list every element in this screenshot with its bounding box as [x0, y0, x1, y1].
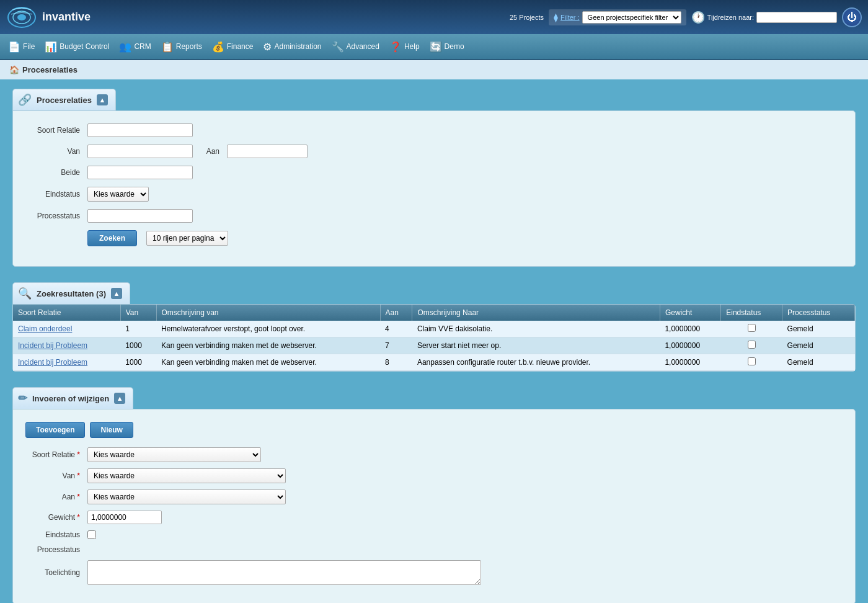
- search-button[interactable]: Zoeken: [87, 230, 137, 246]
- cell-van: 1000: [120, 354, 156, 371]
- filter-link[interactable]: Filter :: [560, 14, 580, 21]
- cell-gewicht: 1,0000000: [660, 321, 720, 337]
- add-button[interactable]: Toevoegen: [25, 422, 85, 438]
- soort-relatie-row: Soort Relatie: [25, 123, 843, 137]
- logo-text: invantive: [42, 11, 91, 24]
- logo-icon: [6, 5, 37, 30]
- nav-label-demo: Demo: [445, 42, 464, 51]
- cell-soort-relatie: Incident bij Probleem: [13, 354, 120, 371]
- nav-label-administration: Administration: [274, 42, 321, 51]
- edit-section-tab: ✏ Invoeren of wijzigen ▲: [12, 387, 133, 409]
- edit-van-select[interactable]: Kies waarde: [87, 468, 286, 483]
- edit-toelichting-textarea[interactable]: [87, 560, 481, 585]
- results-tab-icon: 🔍: [18, 287, 32, 300]
- edit-btn-group: Toevoegen Nieuw: [25, 422, 843, 438]
- eindstatus-checkbox-3[interactable]: [748, 357, 756, 365]
- eindstatus-checkbox-2[interactable]: [748, 341, 756, 349]
- beide-row: Beide: [25, 166, 843, 179]
- cell-processtatus: Gemeld: [782, 337, 855, 354]
- table-row: Claim onderdeel 1 Hemelwaterafvoer verst…: [13, 321, 855, 337]
- advanced-icon: 🔧: [332, 41, 344, 53]
- edit-toelichting-row: Toelichting: [25, 560, 843, 585]
- edit-section: ✏ Invoeren of wijzigen ▲ Toevoegen Nieuw…: [12, 387, 856, 603]
- aan-label: Aan: [202, 147, 227, 156]
- edit-eindstatus-checkbox[interactable]: [87, 530, 96, 539]
- beide-input[interactable]: [87, 166, 193, 179]
- edit-processtatus-label: Processtatus: [25, 545, 87, 554]
- results-table: Soort Relatie Van Omschrijving van Aan O…: [13, 305, 855, 371]
- cell-gewicht: 1,0000000: [660, 354, 720, 371]
- edit-aan-select[interactable]: Kies waarde: [87, 489, 286, 504]
- cell-aan: 7: [380, 337, 412, 354]
- van-label: Van: [25, 147, 87, 156]
- van-input[interactable]: [87, 145, 193, 158]
- soort-relatie-input[interactable]: [87, 123, 193, 137]
- new-button[interactable]: Nieuw: [90, 422, 133, 438]
- soort-relatie-link[interactable]: Incident bij Probleem: [18, 341, 87, 350]
- home-icon: 🏠: [9, 65, 19, 74]
- soort-relatie-link[interactable]: Incident bij Probleem: [18, 358, 87, 367]
- nav-item-reports[interactable]: 📋 Reports: [156, 38, 207, 55]
- cell-omschrijving-van: Kan geen verbinding maken met de webserv…: [156, 354, 380, 371]
- cell-eindstatus: [721, 337, 782, 354]
- van-aan-row: Van Aan: [25, 145, 843, 158]
- nav-label-finance: Finance: [227, 42, 254, 51]
- tijdreizen-input[interactable]: [756, 12, 837, 23]
- eindstatus-label: Eindstatus: [25, 190, 87, 199]
- search-section-tab: 🔗 Procesrelaties ▲: [12, 89, 116, 110]
- col-omschrijving-van: Omschrijving van: [156, 305, 380, 321]
- edit-soort-relatie-select[interactable]: Kies waarde: [87, 447, 261, 462]
- nav-item-help[interactable]: ❓ Help: [384, 38, 425, 55]
- edit-soort-relatie-row: Soort Relatie * Kies waarde: [25, 447, 843, 462]
- logo-area: invantive: [6, 5, 91, 30]
- eindstatus-row: Eindstatus Kies waarde: [25, 187, 843, 202]
- cell-omschrijving-van: Hemelwaterafvoer verstopt, goot loopt ov…: [156, 321, 380, 337]
- col-eindstatus: Eindstatus: [721, 305, 782, 321]
- power-button[interactable]: ⏻: [842, 7, 862, 27]
- edit-eindstatus-label: Eindstatus: [25, 530, 87, 539]
- aan-input[interactable]: [227, 145, 308, 158]
- cell-eindstatus: [721, 354, 782, 371]
- rows-per-page-select[interactable]: 10 rijen per pagina 25 rijen per pagina …: [146, 231, 228, 246]
- table-row: Incident bij Probleem 1000 Kan geen verb…: [13, 354, 855, 371]
- eindstatus-checkbox-1[interactable]: [748, 324, 756, 332]
- filter-select[interactable]: Geen projectspecifiek filter: [582, 11, 681, 24]
- cell-omschrijving-naar: Aanpassen configuratie router t.b.v. nie…: [412, 354, 660, 371]
- file-icon: 📄: [8, 41, 20, 53]
- search-section: 🔗 Procesrelaties ▲ Soort Relatie Van Aan: [12, 89, 856, 267]
- eindstatus-select[interactable]: Kies waarde: [87, 187, 149, 202]
- edit-gewicht-input[interactable]: [87, 511, 162, 524]
- search-collapse-button[interactable]: ▲: [97, 94, 108, 105]
- nav-item-demo[interactable]: 🔄 Demo: [425, 38, 469, 55]
- col-processtatus: Processtatus: [782, 305, 855, 321]
- nav-item-finance[interactable]: 💰 Finance: [207, 38, 259, 55]
- edit-section-title: Invoeren of wijzigen: [32, 394, 109, 403]
- nav-item-administration[interactable]: ⚙ Administration: [258, 38, 326, 55]
- cell-van: 1000: [120, 337, 156, 354]
- cell-omschrijving-naar: Server start niet meer op.: [412, 337, 660, 354]
- search-section-body: Soort Relatie Van Aan Beide: [12, 110, 856, 267]
- results-table-body: Claim onderdeel 1 Hemelwaterafvoer verst…: [13, 321, 855, 371]
- results-collapse-button[interactable]: ▲: [111, 288, 122, 299]
- filter-icon: ⧫: [554, 12, 558, 22]
- edit-processtatus-row: Processtatus: [25, 545, 843, 554]
- nav-item-budget-control[interactable]: 📊 Budget Control: [40, 38, 114, 55]
- projects-count: 25 Projects: [510, 14, 544, 21]
- cell-eindstatus: [721, 321, 782, 337]
- results-table-container: Soort Relatie Van Omschrijving van Aan O…: [12, 304, 856, 372]
- nav-item-crm[interactable]: 👥 CRM: [114, 38, 156, 55]
- beide-label: Beide: [25, 168, 87, 177]
- cell-omschrijving-naar: Claim VVE dakisolatie.: [412, 321, 660, 337]
- reports-icon: 📋: [161, 41, 174, 53]
- cell-soort-relatie: Incident bij Probleem: [13, 337, 120, 354]
- nav-item-advanced[interactable]: 🔧 Advanced: [327, 38, 384, 55]
- soort-relatie-link[interactable]: Claim onderdeel: [18, 324, 72, 333]
- edit-collapse-button[interactable]: ▲: [114, 393, 125, 404]
- edit-toelichting-label: Toelichting: [25, 568, 87, 577]
- cell-omschrijving-van: Kan geen verbinding maken met de webserv…: [156, 337, 380, 354]
- processtatus-input[interactable]: [87, 209, 193, 223]
- cell-aan: 8: [380, 354, 412, 371]
- nav-item-file[interactable]: 📄 File: [3, 38, 40, 55]
- tijdreizen-area: 🕐 Tijdreizen naar:: [691, 11, 837, 24]
- cell-processtatus: Gemeld: [782, 354, 855, 371]
